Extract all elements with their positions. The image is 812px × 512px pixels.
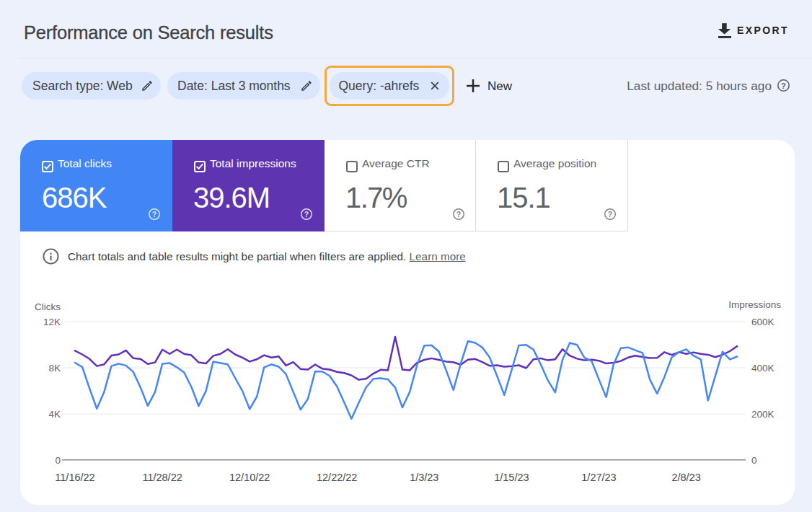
svg-text:2/8/23: 2/8/23 (671, 472, 700, 483)
svg-text:12K: 12K (43, 317, 61, 327)
svg-text:1/15/23: 1/15/23 (494, 472, 529, 483)
svg-text:12/22/22: 12/22/22 (317, 472, 357, 483)
svg-text:12/10/22: 12/10/22 (229, 472, 270, 483)
svg-text:Impressions: Impressions (728, 299, 781, 310)
svg-text:200K: 200K (751, 409, 775, 420)
svg-text:Clicks: Clicks (35, 301, 61, 312)
svg-text:11/16/22: 11/16/22 (55, 472, 94, 483)
svg-text:4K: 4K (48, 409, 61, 420)
svg-text:0: 0 (55, 455, 61, 466)
svg-text:400K: 400K (751, 363, 775, 374)
svg-text:1/27/23: 1/27/23 (581, 472, 616, 483)
svg-text:1/3/23: 1/3/23 (410, 472, 438, 483)
svg-text:600K: 600K (751, 317, 775, 327)
svg-text:0: 0 (751, 455, 757, 466)
svg-text:11/28/22: 11/28/22 (142, 472, 182, 483)
svg-text:8K: 8K (48, 363, 61, 374)
